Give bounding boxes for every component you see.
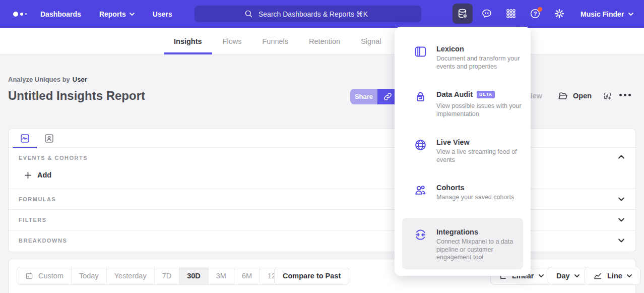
more-options-button[interactable] [619, 94, 631, 96]
global-search[interactable] [195, 6, 421, 22]
cohorts-users-icon [414, 184, 427, 197]
range-yesterday[interactable]: Yesterday [107, 267, 155, 284]
range-6m[interactable]: 6M [234, 267, 260, 284]
globe-icon [414, 138, 427, 152]
add-to-dashboard-button[interactable] [602, 91, 613, 101]
chevron-down-icon [618, 197, 624, 201]
section-breakdowns[interactable]: BREAKDOWNS [9, 230, 635, 251]
analyze-label: Analyze Uniques by [8, 76, 70, 83]
range-3m[interactable]: 3M [209, 267, 234, 284]
help-button[interactable]: ? [525, 4, 545, 24]
calendar-icon [25, 271, 34, 280]
menu-item-description: Document and transform your events and p… [436, 55, 526, 71]
range-custom[interactable]: Custom [17, 267, 72, 284]
plus-icon [24, 171, 32, 179]
data-management-button[interactable] [453, 4, 473, 24]
section-formulas[interactable]: FORMULAS [9, 189, 635, 209]
chevron-down-icon [130, 13, 135, 16]
lexicon-book-icon [414, 45, 427, 58]
share-button[interactable]: Share [350, 89, 377, 104]
share-button-group: Share [350, 89, 398, 104]
menu-item-title: Live View [436, 138, 526, 146]
chart-type-line-button[interactable]: Line [585, 267, 640, 285]
nav-users[interactable]: Users [153, 10, 172, 18]
report-tab-bar: Insights Flows Funnels Retention Signal … [0, 28, 644, 54]
chart-add-icon [602, 91, 613, 101]
chevron-down-icon [618, 239, 624, 243]
menu-item-cohorts[interactable]: Cohorts Manage your saved cohorts [414, 184, 526, 202]
range-today[interactable]: Today [72, 267, 107, 284]
data-management-dropdown: Lexicon Document and transform your even… [395, 27, 531, 276]
date-range-segmented-control: Custom Today Yesterday 7D 30D 3M 6M 12M [17, 267, 290, 285]
events-collapse-chevron-up-icon[interactable] [618, 155, 624, 159]
apps-menu-button[interactable] [501, 4, 521, 24]
add-label: Add [37, 171, 51, 179]
menu-item-description: View possible issues with your implement… [436, 102, 526, 118]
primary-nav: Dashboards Reports Users [40, 0, 172, 28]
chevron-down-icon [628, 13, 633, 16]
search-input[interactable] [259, 10, 372, 18]
mixpanel-logo-icon[interactable] [13, 0, 27, 28]
line-chart-tab-icon [20, 133, 30, 144]
svg-text:?: ? [534, 11, 537, 17]
chevron-down-icon [574, 274, 579, 277]
user-card-tab-icon [44, 133, 54, 144]
menu-item-title: Integrations [436, 228, 526, 236]
lock-spiral-icon [414, 90, 427, 104]
range-7d[interactable]: 7D [155, 267, 180, 284]
top-navigation-bar: Dashboards Reports Users [0, 0, 644, 28]
compare-to-past-button[interactable]: Compare to Past [274, 267, 349, 285]
menu-item-data-audit[interactable]: Data Audit BETA View possible issues wit… [414, 90, 526, 118]
messages-button[interactable] [477, 4, 497, 24]
tab-signal[interactable]: Signal [361, 28, 381, 54]
add-event-button[interactable]: Add [24, 171, 51, 179]
search-icon [244, 9, 253, 19]
menu-item-title: Cohorts [436, 184, 526, 192]
chat-bubble-icon [481, 8, 493, 20]
nav-reports[interactable]: Reports [99, 10, 135, 18]
notification-dot [538, 7, 542, 12]
menu-item-integrations[interactable]: Integrations Connect Mixpanel to a data … [414, 228, 526, 262]
menu-item-lexicon[interactable]: Lexicon Document and transform your even… [414, 45, 526, 71]
events-mode-tab[interactable] [13, 129, 37, 148]
range-30d[interactable]: 30D [179, 267, 209, 284]
account-label: Music Finder [581, 10, 624, 18]
section-filters[interactable]: FILTERS [9, 209, 635, 230]
analyze-entity-selector[interactable]: User [73, 76, 87, 83]
menu-item-description: View a live streaming feed of events [436, 148, 526, 164]
beta-badge: BETA [477, 91, 495, 98]
open-label: Open [573, 92, 592, 100]
link-icon [383, 92, 393, 101]
open-report-button[interactable]: Open [557, 90, 592, 101]
menu-item-title: Lexicon [436, 45, 526, 53]
users-mode-tab[interactable] [37, 129, 61, 148]
menu-item-description: Manage your saved cohorts [436, 194, 526, 202]
nav-dashboards[interactable]: Dashboards [40, 10, 81, 18]
tab-insights[interactable]: Insights [174, 28, 202, 54]
query-builder-panel: EVENTS & COHORTS Add FORMULAS FILTERS BR… [8, 129, 636, 252]
settings-button[interactable] [549, 4, 569, 24]
folder-icon [557, 90, 568, 101]
query-mode-tabs [9, 129, 635, 148]
tab-flows[interactable]: Flows [223, 28, 242, 54]
chevron-down-icon [618, 218, 624, 222]
menu-item-live-view[interactable]: Live View View a live streaming feed of … [414, 138, 526, 164]
interval-day-button[interactable]: Day [548, 267, 588, 285]
chevron-down-icon [539, 274, 544, 277]
tab-funnels[interactable]: Funnels [262, 28, 288, 54]
topbar-icon-group: ? [453, 4, 569, 24]
sync-arrows-icon [414, 228, 427, 242]
menu-item-integrations-highlight[interactable]: Integrations Connect Mixpanel to a data … [402, 218, 523, 269]
chart-toolbar-panel: Custom Today Yesterday 7D 30D 3M 6M 12M … [8, 259, 636, 293]
account-switcher[interactable]: Music Finder [581, 0, 633, 28]
database-gear-icon [457, 8, 469, 20]
report-title[interactable]: Untitled Insights Report [8, 89, 145, 103]
menu-item-title: Data Audit [436, 90, 473, 98]
chevron-down-icon [627, 274, 632, 277]
tab-retention[interactable]: Retention [309, 28, 340, 54]
line-chart-icon [593, 271, 603, 281]
apps-grid-icon [505, 8, 517, 20]
analyze-uniques-row: Analyze Uniques byUser [8, 76, 87, 83]
gear-icon [553, 8, 565, 20]
menu-item-description: Connect Mixpanel to a data pipeline or c… [436, 238, 526, 262]
